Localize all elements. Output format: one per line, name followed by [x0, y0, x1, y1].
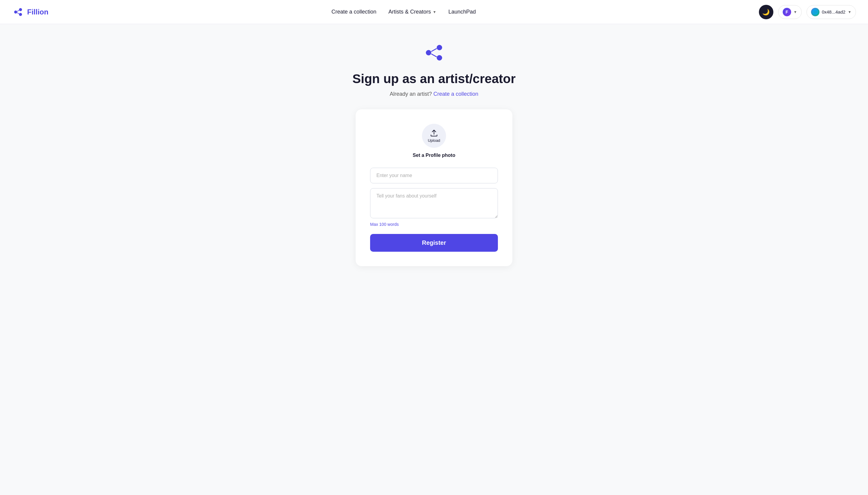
svg-line-9 [431, 54, 437, 57]
upload-icon [430, 129, 438, 137]
network-chevron-icon: ▼ [793, 10, 797, 14]
svg-line-8 [431, 49, 437, 51]
subtitle-link[interactable]: Create a collection [433, 91, 478, 97]
nav: Create a collection Artists & Creators ▼… [331, 9, 476, 15]
svg-point-2 [19, 13, 22, 16]
svg-point-6 [437, 45, 442, 50]
profile-photo-label: Set a Profile photo [413, 153, 455, 158]
nav-artists-creators[interactable]: Artists & Creators ▼ [389, 9, 437, 15]
header: Fillion Create a collection Artists & Cr… [0, 0, 868, 24]
svg-line-4 [17, 13, 19, 14]
svg-point-7 [437, 55, 442, 61]
svg-point-0 [14, 11, 17, 14]
center-logo-icon [422, 42, 446, 63]
dark-mode-toggle[interactable]: 🌙 [759, 5, 773, 19]
header-right: 🌙 F ▼ 🌐 0x48...4ad2 ▼ [759, 5, 856, 19]
svg-point-5 [426, 50, 431, 55]
upload-label: Upload [428, 138, 440, 143]
globe-icon: 🌐 [811, 8, 819, 16]
subtitle-text: Already an artist? [390, 91, 432, 97]
wallet-selector[interactable]: 🌐 0x48...4ad2 ▼ [806, 5, 856, 19]
page-title: Sign up as an artist/creator [352, 72, 516, 86]
network-selector[interactable]: F ▼ [778, 5, 802, 19]
subtitle: Already an artist? Create a collection [390, 91, 478, 97]
register-button[interactable]: Register [370, 234, 498, 252]
logo-icon [12, 6, 24, 18]
network-icon: F [783, 8, 791, 16]
upload-button[interactable]: Upload [422, 124, 446, 148]
svg-line-3 [17, 10, 19, 12]
upload-area: Upload Set a Profile photo [370, 124, 498, 158]
name-input[interactable] [370, 168, 498, 183]
nav-create-collection[interactable]: Create a collection [331, 9, 376, 15]
main-content: Sign up as an artist/creator Already an … [0, 24, 868, 290]
logo-text: Fillion [27, 8, 49, 16]
logo[interactable]: Fillion [12, 6, 49, 18]
wallet-chevron-icon: ▼ [848, 10, 851, 14]
nav-launchpad[interactable]: LaunchPad [448, 9, 476, 15]
bio-textarea[interactable] [370, 188, 498, 218]
svg-point-1 [19, 8, 22, 11]
brand-logo-center [422, 42, 446, 65]
chevron-down-icon: ▼ [433, 10, 437, 14]
form-card: Upload Set a Profile photo Max 100 words… [356, 109, 512, 266]
wallet-address: 0x48...4ad2 [822, 9, 846, 15]
moon-icon: 🌙 [762, 8, 770, 16]
word-limit: Max 100 words [370, 222, 498, 227]
